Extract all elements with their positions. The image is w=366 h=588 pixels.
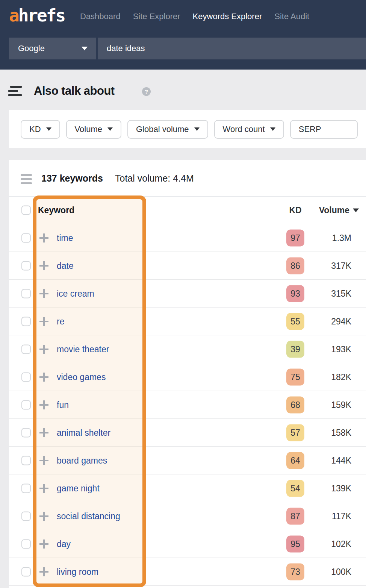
- kd-badge: 87: [286, 508, 304, 524]
- nav-item-site-audit[interactable]: Site Audit: [274, 12, 309, 21]
- logo-letter-a: a: [9, 5, 18, 26]
- nav-item-keywords-explorer[interactable]: Keywords Explorer: [193, 12, 262, 21]
- volume-value: 139K: [331, 483, 351, 493]
- kd-badge: 93: [286, 285, 304, 302]
- table-row: living room 73 100K: [9, 558, 366, 586]
- keyword-link[interactable]: day: [57, 539, 71, 549]
- filter-serp-label: SERP: [299, 124, 321, 134]
- row-checkbox[interactable]: [21, 289, 31, 298]
- add-keyword-icon[interactable]: [39, 484, 48, 493]
- kd-badge: 86: [286, 257, 304, 274]
- keywords-count: 137 keywords: [41, 173, 103, 183]
- ahrefs-logo[interactable]: ahrefs: [9, 5, 65, 26]
- table-row: date 86 317K: [9, 252, 366, 280]
- table-row: fun 68 159K: [9, 391, 366, 419]
- logo-rest: hrefs: [18, 5, 65, 26]
- table-row: game night 54 139K: [9, 474, 366, 502]
- nav-links: Dashboard Site Explorer Keywords Explore…: [80, 0, 309, 33]
- add-keyword-icon[interactable]: [39, 512, 48, 521]
- kd-badge: 55: [286, 313, 304, 330]
- column-header-keyword[interactable]: Keyword: [38, 205, 74, 215]
- column-header-volume-label: Volume: [319, 205, 349, 215]
- table-row: ice cream 93 315K: [9, 280, 366, 308]
- row-checkbox[interactable]: [21, 483, 31, 493]
- total-volume: Total volume: 4.4M: [115, 173, 194, 183]
- row-checkbox[interactable]: [21, 372, 31, 382]
- volume-value: 158K: [331, 427, 351, 438]
- kd-badge: 75: [286, 368, 304, 385]
- keyword-link[interactable]: game night: [57, 483, 100, 493]
- table-row: board games 64 144K: [9, 447, 366, 474]
- chevron-down-icon: [270, 127, 275, 131]
- report-menu-icon[interactable]: [8, 86, 22, 97]
- keyword-search-input[interactable]: date ideas: [98, 38, 366, 59]
- add-keyword-icon[interactable]: [39, 400, 48, 409]
- filter-kd-label: KD: [29, 124, 41, 134]
- row-checkbox[interactable]: [21, 567, 31, 576]
- filter-volume-button[interactable]: Volume: [66, 120, 121, 139]
- add-keyword-icon[interactable]: [39, 345, 48, 354]
- nav-item-site-explorer[interactable]: Site Explorer: [133, 12, 180, 21]
- add-keyword-icon[interactable]: [39, 456, 48, 465]
- row-checkbox[interactable]: [21, 261, 31, 270]
- add-keyword-icon[interactable]: [39, 567, 48, 576]
- keyword-link[interactable]: social distancing: [57, 511, 120, 521]
- list-menu-icon[interactable]: [21, 174, 32, 184]
- row-checkbox[interactable]: [21, 317, 31, 326]
- filter-word-count-label: Word count: [223, 124, 265, 134]
- filter-global-volume-button[interactable]: Global volume: [127, 120, 208, 139]
- row-checkbox[interactable]: [21, 539, 31, 549]
- search-engine-select[interactable]: Google: [9, 38, 96, 59]
- add-keyword-icon[interactable]: [39, 317, 48, 326]
- table-body: time 97 1.3M date 86 317K ice cream 93 3…: [9, 224, 366, 586]
- chevron-down-icon: [46, 127, 51, 131]
- row-checkbox[interactable]: [21, 511, 31, 521]
- volume-value: 117K: [332, 511, 351, 521]
- row-checkbox[interactable]: [21, 456, 31, 465]
- volume-value: 1.3M: [332, 233, 351, 243]
- table-row: video games 75 182K: [9, 363, 366, 391]
- kd-badge: 39: [286, 341, 304, 358]
- keyword-link[interactable]: re: [57, 316, 64, 326]
- help-icon[interactable]: ?: [142, 87, 151, 96]
- chevron-down-icon: [107, 127, 113, 131]
- filter-serp-button[interactable]: SERP: [290, 120, 358, 139]
- keyword-link[interactable]: date: [57, 261, 74, 271]
- row-checkbox[interactable]: [21, 233, 31, 242]
- add-keyword-icon[interactable]: [39, 233, 48, 242]
- volume-value: 315K: [331, 288, 351, 299]
- filter-global-volume-label: Global volume: [136, 124, 189, 134]
- select-all-checkbox[interactable]: [21, 206, 31, 215]
- kd-badge: 73: [286, 563, 304, 580]
- column-header-volume[interactable]: Volume: [319, 205, 359, 215]
- filters-bar: KD Volume Global volume Word count SERP: [9, 110, 366, 148]
- keyword-link[interactable]: living room: [57, 567, 98, 577]
- keyword-link[interactable]: board games: [57, 455, 107, 465]
- row-checkbox[interactable]: [21, 400, 31, 409]
- add-keyword-icon[interactable]: [39, 289, 48, 298]
- kd-badge: 57: [286, 424, 304, 441]
- column-header-kd[interactable]: KD: [286, 205, 304, 215]
- volume-value: 182K: [331, 372, 351, 382]
- top-navigation: ahrefs Dashboard Site Explorer Keywords …: [0, 0, 366, 70]
- kd-badge: 64: [286, 452, 304, 469]
- add-keyword-icon[interactable]: [39, 373, 48, 382]
- keyword-link[interactable]: animal shelter: [57, 427, 110, 438]
- add-keyword-icon[interactable]: [39, 540, 48, 549]
- nav-item-dashboard[interactable]: Dashboard: [80, 12, 121, 21]
- filter-word-count-button[interactable]: Word count: [214, 120, 284, 139]
- row-checkbox[interactable]: [21, 428, 31, 437]
- keyword-link[interactable]: ice cream: [57, 288, 94, 299]
- kd-badge: 97: [286, 229, 304, 246]
- keyword-link[interactable]: time: [57, 233, 73, 243]
- keyword-link[interactable]: movie theater: [57, 344, 109, 354]
- volume-value: 102K: [331, 539, 351, 549]
- add-keyword-icon[interactable]: [39, 428, 48, 437]
- keyword-link[interactable]: fun: [57, 400, 69, 410]
- row-checkbox[interactable]: [21, 344, 31, 354]
- volume-value: 294K: [331, 316, 351, 326]
- filter-kd-button[interactable]: KD: [21, 120, 60, 139]
- keyword-link[interactable]: video games: [57, 372, 106, 382]
- chevron-down-icon: [82, 47, 88, 50]
- add-keyword-icon[interactable]: [39, 261, 48, 270]
